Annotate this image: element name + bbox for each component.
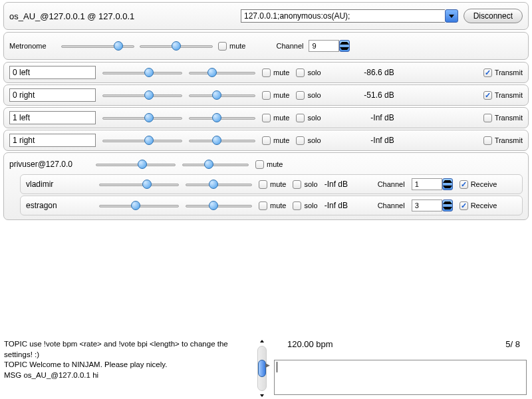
remote-ch-receive-check[interactable]: ✓Receive: [460, 201, 497, 210]
channel-name-input[interactable]: [9, 88, 96, 102]
remote-user-panel: privuser@127.0.0 mute vladimirmutesolo-I…: [3, 152, 529, 220]
disconnect-button[interactable]: Disconnect: [464, 9, 523, 23]
remote-ch-receive-check[interactable]: ✓Receive: [460, 180, 497, 189]
scroll-down-icon[interactable]: [257, 392, 267, 399]
channel-pan-slider[interactable]: [189, 67, 255, 78]
channel-pan-slider[interactable]: [189, 112, 255, 123]
channel-db-readout: -Inf dB: [328, 113, 394, 122]
channel-db-readout: -Inf dB: [328, 136, 394, 145]
channel-name-input[interactable]: [9, 66, 96, 79]
remote-ch-channel-label: Channel: [378, 180, 405, 188]
stepper-down-icon[interactable]: [340, 46, 349, 51]
server-dropdown-button[interactable]: [445, 9, 458, 23]
channel-mute-check[interactable]: mute: [262, 68, 289, 77]
channel-vol-slider[interactable]: [102, 135, 182, 146]
channel-name-input[interactable]: [9, 134, 96, 147]
metronome-label: Metronome: [9, 42, 56, 50]
channel-vol-slider[interactable]: [102, 67, 182, 78]
channel-vol-slider[interactable]: [102, 90, 182, 100]
remote-channel-name: vladimir: [26, 180, 92, 189]
server-combo[interactable]: [241, 9, 458, 23]
channel-mute-check[interactable]: mute: [262, 136, 289, 145]
channel-db-readout: -51.6 dB: [328, 90, 394, 100]
remote-username: privuser@127.0.0: [9, 160, 89, 169]
metronome-channel-stepper[interactable]: 9: [309, 40, 350, 52]
remote-ch-channel-label: Channel: [378, 201, 405, 209]
header-panel: os_AU_@127.0.0.1 @ 127.0.0.1 Disconnect: [3, 2, 529, 30]
chat-line: TOPIC use !vote bpm <rate> and !vote bpi…: [4, 339, 253, 360]
local-channel-row: mutesolo-51.6 dB✓Transmit: [3, 84, 529, 106]
metronome-channel-label: Channel: [276, 42, 303, 50]
channel-solo-check[interactable]: solo: [296, 114, 321, 122]
channel-pan-slider[interactable]: [189, 90, 255, 100]
remote-ch-db: -Inf dB: [325, 180, 371, 189]
channel-db-readout: -86.6 dB: [328, 68, 394, 77]
channel-solo-check[interactable]: solo: [296, 91, 321, 100]
bpm-display: 120.00 bpm: [287, 339, 333, 349]
chat-input[interactable]: ▶: [274, 360, 527, 395]
channel-solo-check[interactable]: solo: [296, 68, 321, 77]
remote-ch-vol-slider[interactable]: [99, 179, 179, 190]
local-channel-row: mutesolo-Inf dBTransmit: [3, 130, 529, 151]
metronome-panel: Metronome mute Channel 9: [3, 32, 529, 60]
channel-name-input[interactable]: [9, 111, 96, 124]
channel-transmit-check[interactable]: ✓Transmit: [483, 68, 523, 77]
bottom-bar: TOPIC use !vote bpm <rate> and !vote bpi…: [0, 335, 532, 399]
remote-ch-pan-slider[interactable]: [186, 179, 252, 190]
caret-right-icon: ▶: [265, 362, 270, 368]
channel-transmit-check[interactable]: Transmit: [483, 136, 523, 145]
remote-ch-solo-check[interactable]: solo: [293, 201, 317, 210]
channel-mute-check[interactable]: mute: [262, 114, 289, 122]
channel-transmit-check[interactable]: ✓Transmit: [483, 91, 523, 100]
remote-ch-vol-slider[interactable]: [99, 200, 179, 211]
chat-line: MSG os_AU_@127.0.0.1 hi: [4, 370, 253, 381]
local-channel-row: mutesolo-86.6 dB✓Transmit: [3, 62, 529, 83]
time-sig-display: 5/ 8: [505, 339, 520, 349]
channel-mute-check[interactable]: mute: [262, 91, 289, 100]
channel-transmit-check[interactable]: Transmit: [483, 114, 523, 122]
chevron-down-icon: [449, 15, 454, 18]
remote-mute-check[interactable]: mute: [255, 160, 283, 169]
remote-ch-solo-check[interactable]: solo: [293, 180, 317, 189]
local-channel-row: mutesolo-Inf dBTransmit: [3, 107, 529, 128]
metronome-vol-slider[interactable]: [61, 41, 134, 51]
scroll-up-icon[interactable]: [257, 338, 267, 344]
channel-vol-slider[interactable]: [102, 112, 182, 123]
channel-pan-slider[interactable]: [189, 135, 255, 146]
remote-ch-db: -Inf dB: [325, 201, 371, 210]
chat-log: TOPIC use !vote bpm <rate> and !vote bpi…: [0, 335, 255, 399]
metronome-mute-check[interactable]: mute: [218, 42, 245, 51]
remote-ch-mute-check[interactable]: mute: [259, 180, 286, 189]
remote-pan-slider[interactable]: [182, 159, 249, 170]
remote-channel-row: estragonmutesolo-Inf dBChannel3✓Receive: [20, 196, 523, 215]
remote-ch-channel-stepper[interactable]: 1: [412, 178, 453, 190]
remote-channel-name: estragon: [26, 201, 92, 210]
server-input[interactable]: [241, 9, 445, 23]
remote-channel-row: vladimirmutesolo-Inf dBChannel1✓Receive: [20, 174, 523, 194]
metronome-pan-slider[interactable]: [140, 41, 213, 51]
connection-title: os_AU_@127.0.0.1 @ 127.0.0.1: [9, 11, 235, 21]
chat-line: TOPIC Welcome to NINJAM. Please play nic…: [4, 360, 253, 370]
remote-ch-mute-check[interactable]: mute: [259, 201, 286, 210]
stepper-up-icon[interactable]: [340, 41, 349, 46]
remote-ch-channel-stepper[interactable]: 3: [412, 200, 453, 211]
channel-solo-check[interactable]: solo: [296, 136, 321, 145]
remote-vol-slider[interactable]: [96, 159, 176, 170]
remote-ch-pan-slider[interactable]: [186, 200, 252, 211]
